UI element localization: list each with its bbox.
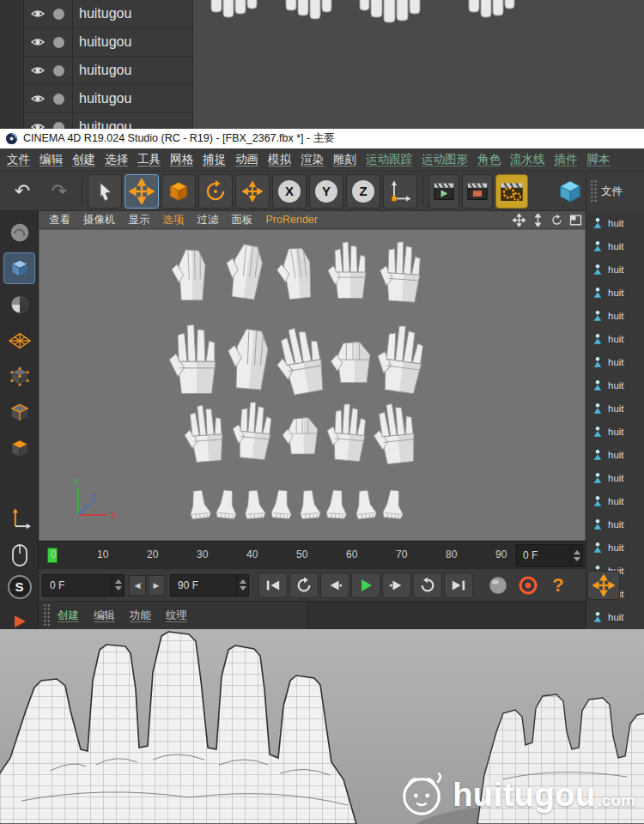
hand-model[interactable] xyxy=(275,247,313,300)
dock-grip-icon[interactable] xyxy=(43,603,51,627)
hand-model[interactable] xyxy=(378,240,422,302)
object-row[interactable]: huit xyxy=(586,211,644,234)
undo-button[interactable]: ↶ xyxy=(5,174,39,209)
object-row[interactable]: huit xyxy=(586,512,644,536)
x-axis-lock-button[interactable]: X xyxy=(272,174,307,209)
edges-mode-button[interactable] xyxy=(3,397,35,428)
visibility-eye-icon[interactable] xyxy=(29,35,46,49)
viewport-nav-mouse-button[interactable] xyxy=(3,539,35,571)
tab-texture[interactable]: 纹理 xyxy=(166,609,187,623)
menu-pipeline[interactable]: 流水线 xyxy=(510,152,545,167)
render-dot-icon[interactable] xyxy=(53,65,64,76)
polygons-mode-button[interactable] xyxy=(3,433,35,464)
object-row[interactable]: huit xyxy=(586,258,644,281)
foot-model[interactable] xyxy=(354,489,376,519)
render-dot-icon[interactable] xyxy=(53,94,64,105)
foot-model[interactable] xyxy=(216,489,238,519)
foot-model[interactable] xyxy=(188,489,210,519)
model-mode-button[interactable] xyxy=(3,252,35,284)
right-dock-menu-file[interactable]: 文件 xyxy=(601,185,623,199)
points-mode-button[interactable] xyxy=(3,360,35,392)
workplane-mode-button[interactable] xyxy=(3,324,35,356)
hand-model[interactable] xyxy=(222,242,265,300)
end-frame-stepper[interactable] xyxy=(236,575,248,596)
vp-menu-display[interactable]: 显示 xyxy=(129,213,150,227)
hand-model[interactable] xyxy=(374,323,427,394)
snap-settings-button[interactable]: S xyxy=(3,571,35,603)
menu-motion-tracker[interactable]: 运动跟踪 xyxy=(366,152,412,167)
start-frame-stepper[interactable] xyxy=(112,575,124,596)
live-selection-button[interactable] xyxy=(88,174,122,209)
menu-animate[interactable]: 动画 xyxy=(235,152,258,167)
last-tool-button[interactable] xyxy=(235,174,270,209)
tab-create[interactable]: 创建 xyxy=(58,609,79,623)
object-row[interactable]: huitugou xyxy=(24,57,192,85)
viewport-3d[interactable]: Y X Z xyxy=(39,229,586,541)
object-row[interactable]: huit xyxy=(586,234,644,258)
prev-key-button[interactable] xyxy=(320,573,349,598)
hand-model[interactable] xyxy=(331,342,370,383)
object-row[interactable]: huit xyxy=(586,397,644,420)
object-row[interactable]: huit xyxy=(586,420,644,443)
render-dot-icon[interactable] xyxy=(53,9,64,20)
coordinate-system-button[interactable] xyxy=(383,174,417,209)
rotate-tool-button[interactable] xyxy=(198,174,233,209)
menu-snap[interactable]: 捕捉 xyxy=(203,152,226,167)
object-row[interactable]: huit xyxy=(586,466,644,489)
object-row[interactable]: huit xyxy=(586,281,644,304)
hand-model[interactable] xyxy=(271,324,326,397)
render-dot-icon[interactable] xyxy=(53,37,64,48)
render-view-button[interactable] xyxy=(428,174,459,209)
object-row[interactable]: huit xyxy=(586,489,644,512)
display-mode-cube-button[interactable] xyxy=(553,174,587,209)
goto-start-button[interactable] xyxy=(258,573,288,598)
object-row[interactable]: huit xyxy=(586,350,644,373)
play-button[interactable] xyxy=(351,573,380,598)
menu-mograph[interactable]: 运动图形 xyxy=(422,152,468,167)
foot-model[interactable] xyxy=(244,490,265,519)
object-row[interactable]: huit xyxy=(586,443,644,466)
foot-model[interactable] xyxy=(271,490,294,519)
menu-simulate[interactable]: 模拟 xyxy=(268,152,291,167)
object-row[interactable]: huitugou xyxy=(24,85,192,113)
foot-model[interactable] xyxy=(382,489,404,519)
vp-menu-prorender[interactable]: ProRender xyxy=(266,214,318,226)
zoom-view-icon[interactable] xyxy=(532,214,544,227)
menu-create[interactable]: 创建 xyxy=(72,152,95,167)
timeline-ruler[interactable]: 0 10 20 30 40 50 60 70 80 90 0 F xyxy=(39,541,586,568)
toggle-panel-icon[interactable] xyxy=(569,214,582,227)
hand-model[interactable] xyxy=(183,404,225,464)
menu-select[interactable]: 选择 xyxy=(105,152,128,167)
object-row[interactable]: huit xyxy=(586,373,644,397)
foot-model[interactable] xyxy=(299,490,321,519)
vp-menu-filter[interactable]: 过滤 xyxy=(197,213,219,227)
z-axis-lock-button[interactable]: Z xyxy=(346,174,380,209)
range-prev-button[interactable]: ◀ xyxy=(129,575,146,596)
object-row[interactable]: huit xyxy=(586,327,644,350)
menu-tools[interactable]: 工具 xyxy=(137,152,161,167)
menu-sculpt[interactable]: 雕刻 xyxy=(333,152,356,167)
viewport-canvas[interactable]: Y X Z xyxy=(39,230,585,540)
dock-move-tool-button[interactable] xyxy=(587,571,620,600)
goto-end-button[interactable] xyxy=(444,573,473,598)
hand-model[interactable] xyxy=(283,417,318,454)
play-backwards-loop-button[interactable] xyxy=(289,573,319,598)
foot-model[interactable] xyxy=(326,490,348,519)
hand-model[interactable] xyxy=(328,242,366,299)
vp-menu-cameras[interactable]: 摄像机 xyxy=(83,213,116,227)
hand-model[interactable] xyxy=(325,403,368,462)
menu-mesh[interactable]: 网格 xyxy=(170,152,193,167)
visibility-eye-icon[interactable] xyxy=(29,64,46,77)
start-frame-field[interactable]: 0 F xyxy=(42,574,125,597)
y-axis-lock-button[interactable]: Y xyxy=(309,174,343,209)
redo-button[interactable]: ↷ xyxy=(42,174,76,209)
rotate-view-icon[interactable] xyxy=(550,214,563,227)
object-row[interactable]: huitugou xyxy=(24,28,192,57)
tab-edit[interactable]: 编辑 xyxy=(94,609,115,623)
dock-grip-icon[interactable] xyxy=(590,179,598,203)
menu-render[interactable]: 渲染 xyxy=(301,152,324,167)
axis-mode-button[interactable] xyxy=(3,502,35,534)
object-row[interactable]: huit xyxy=(586,536,644,559)
sculpt-mode-button[interactable] xyxy=(3,216,35,248)
hand-model[interactable] xyxy=(172,250,205,300)
